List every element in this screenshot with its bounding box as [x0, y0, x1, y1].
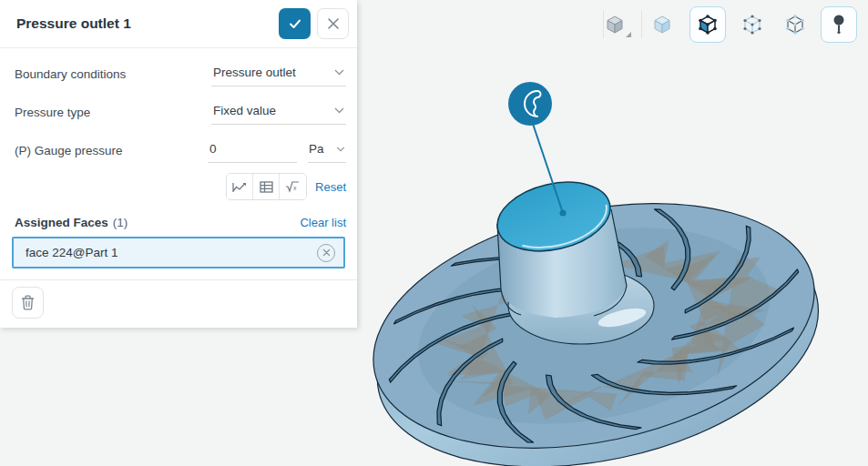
- select-edge-button[interactable]: [736, 8, 769, 41]
- pressure-type-select[interactable]: Fixed value: [211, 99, 346, 125]
- trash-icon: [21, 295, 35, 310]
- table-icon: [260, 181, 273, 193]
- boundary-condition-panel: Pressure outlet 1 Boundary conditions Pr…: [0, 0, 357, 328]
- app-window: Pressure outlet 1 Boundary conditions Pr…: [0, 0, 868, 466]
- assigned-face-item[interactable]: face 224@Part 1: [12, 237, 345, 268]
- field-row-pressure-type: Pressure type Fixed value: [0, 99, 357, 125]
- close-icon: [327, 17, 340, 30]
- field-label: (P) Gauge pressure: [15, 144, 208, 157]
- field-row-boundary-conditions: Boundary conditions Pressure outlet: [0, 61, 357, 86]
- close-button[interactable]: [317, 8, 349, 39]
- cube-ghost-icon: [650, 13, 674, 36]
- toolbar-dropdown-caret: [626, 32, 631, 37]
- unit-select[interactable]: Pa: [308, 137, 346, 163]
- check-icon: [287, 15, 303, 32]
- field-label: Pressure type: [15, 106, 211, 119]
- chip-remove-icon: [322, 248, 331, 257]
- cube-edge-select-icon: [740, 13, 764, 36]
- chevron-down-icon: [334, 107, 344, 114]
- cube-solid-icon: [603, 13, 627, 36]
- gauge-pressure-input[interactable]: [208, 137, 297, 163]
- leader-anchor-dot: [560, 210, 567, 217]
- unit-value: Pa: [309, 142, 324, 156]
- formula-button[interactable]: x: [280, 174, 306, 199]
- assigned-faces-count: (1): [113, 216, 128, 229]
- select-face-button[interactable]: [689, 6, 726, 43]
- field-label: Boundary conditions: [15, 67, 211, 81]
- cube-face-select-icon: [696, 13, 720, 36]
- probe-pin-icon: [827, 13, 851, 36]
- reset-link[interactable]: Reset: [315, 180, 346, 194]
- line-chart-icon: [232, 180, 248, 193]
- field-row-gauge-pressure: (P) Gauge pressure Pa: [0, 137, 357, 163]
- remove-face-button[interactable]: [317, 244, 335, 262]
- line-chart-button[interactable]: [227, 174, 253, 199]
- value-tools-row: x Reset: [226, 173, 346, 200]
- delete-button[interactable]: [12, 287, 44, 319]
- assigned-faces-label: Assigned Faces: [15, 216, 108, 229]
- clear-list-link[interactable]: Clear list: [300, 216, 346, 229]
- select-body-button[interactable]: [646, 8, 679, 41]
- select-value: Pressure outlet: [213, 66, 296, 79]
- boundary-condition-badge[interactable]: [508, 82, 552, 126]
- select-value: Fixed value: [213, 104, 276, 117]
- cube-vertex-select-icon: [783, 13, 807, 36]
- boundary-conditions-select[interactable]: Pressure outlet: [211, 61, 346, 86]
- assigned-face-name: face 224@Part 1: [26, 246, 317, 259]
- chevron-down-icon: [334, 69, 344, 76]
- select-vertex-button[interactable]: [779, 8, 812, 41]
- panel-title: Pressure outlet 1: [16, 15, 279, 32]
- panel-header: Pressure outlet 1: [0, 0, 357, 48]
- chevron-down-icon: [336, 147, 345, 152]
- formula-icon: x: [285, 180, 301, 193]
- assigned-faces-header: Assigned Faces (1) Clear list: [0, 216, 357, 229]
- panel-footer: [0, 280, 357, 319]
- toolbar-separator: [641, 11, 642, 38]
- formula-x-glyph: x: [293, 185, 297, 191]
- confirm-button[interactable]: [279, 8, 311, 39]
- probe-point-button[interactable]: [821, 6, 857, 43]
- value-input-mode-group: x: [226, 173, 307, 200]
- table-button[interactable]: [253, 174, 280, 199]
